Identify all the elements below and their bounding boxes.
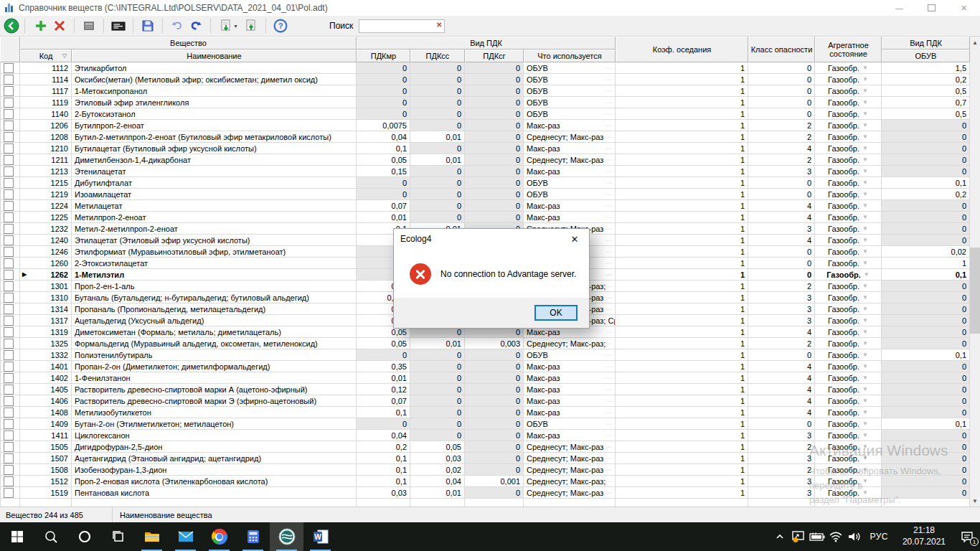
cell-pdkss[interactable]: 0 [410, 430, 465, 441]
cell-pdkmr[interactable]: 0,07 [357, 395, 410, 407]
cell-name[interactable]: Этиловый эфир этиленгликоля [72, 97, 357, 108]
checkbox-box[interactable] [4, 155, 14, 165]
cell-obuv[interactable]: 0 [882, 441, 970, 453]
cell-obuv[interactable]: 0 [882, 338, 970, 349]
state-dropdown-icon[interactable]: ▼ [862, 443, 868, 450]
cell-name[interactable]: Формальдегид (Муравьиный альдегид, оксом… [72, 338, 357, 349]
help-button[interactable]: ? [272, 17, 289, 34]
row-checkbox[interactable] [0, 441, 20, 453]
scroll-up-icon[interactable]: ▲ [970, 37, 980, 48]
cell-koef[interactable]: 1 [616, 200, 748, 212]
cell-usage[interactable]: ОБУВ∙∙∙ [524, 97, 616, 108]
usage-ellipsis-button[interactable]: ∙∙∙ [606, 88, 613, 95]
state-dropdown-icon[interactable]: ▼ [862, 329, 868, 335]
usage-ellipsis-button[interactable]: ∙∙∙ [606, 157, 613, 164]
checkbox-box[interactable] [4, 258, 14, 268]
row-checkbox[interactable] [0, 338, 20, 349]
cell-pdkss[interactable]: 0 [410, 349, 465, 361]
cell-obuv[interactable]: 0 [882, 453, 970, 464]
state-dropdown-icon[interactable]: ▼ [862, 202, 868, 209]
cell-koef[interactable]: 1 [616, 464, 748, 476]
row-checkbox[interactable] [0, 189, 20, 200]
cell-usage[interactable]: Макс-раз∙∙∙ [524, 395, 616, 407]
cell-state[interactable]: Газообр.▼ [815, 361, 882, 372]
cell-pdksg[interactable]: 0 [465, 200, 524, 212]
state-dropdown-icon[interactable]: ▼ [862, 294, 868, 301]
row-checkbox[interactable] [0, 212, 20, 223]
cell-pdkss[interactable]: 0,05 [410, 441, 465, 453]
cell-name[interactable]: Метилизобутилкетон [72, 407, 357, 418]
cell-name[interactable]: 1-Метоксипропанол [72, 85, 357, 97]
row-checkbox[interactable] [0, 395, 20, 407]
cell-obuv[interactable] [882, 499, 970, 507]
cell-klass[interactable]: 4 [748, 143, 815, 154]
cell-obuv[interactable]: 0 [882, 464, 970, 476]
cell-pdksg[interactable]: 0 [465, 372, 524, 384]
state-dropdown-icon[interactable]: ▼ [862, 191, 868, 197]
cell-usage[interactable]: ОБУВ∙∙∙ [524, 85, 616, 97]
checkbox-box[interactable] [4, 339, 14, 349]
header-klass-opasnosti[interactable]: Класс опасности [748, 37, 815, 62]
cell-name[interactable]: Дигидрофуран-2,5-дион [72, 441, 357, 453]
cell-name[interactable] [72, 499, 357, 507]
checkbox-box[interactable] [4, 465, 14, 475]
cell-pdksg[interactable]: 0 [465, 464, 524, 476]
cell-klass[interactable]: 2 [748, 281, 815, 292]
cell-pdkmr[interactable]: 0,1 [357, 407, 410, 418]
cell-obuv[interactable]: 0 [882, 292, 970, 303]
cell-pdksg[interactable]: 0 [465, 74, 524, 85]
state-dropdown-icon[interactable]: ▼ [862, 260, 868, 266]
cell-name[interactable]: Проп-2-ен-1-аль [72, 281, 357, 292]
cell-pdksg[interactable]: 0 [465, 131, 524, 143]
cell-code[interactable]: 1240 [20, 235, 72, 246]
checkbox-box[interactable] [4, 453, 14, 463]
cell-usage[interactable]: Макс-раз∙∙∙ [524, 200, 616, 212]
cell-klass[interactable]: 3 [748, 430, 815, 441]
cell-usage[interactable]: ОБУВ∙∙∙ [524, 74, 616, 85]
cell-name[interactable]: Дибутилфталат [72, 177, 357, 189]
cell-obuv[interactable]: 0,1 [882, 177, 970, 189]
cell-pdkss[interactable]: 0 [410, 384, 465, 395]
ok-button[interactable]: OK [534, 305, 578, 321]
row-checkbox[interactable] [0, 372, 20, 384]
usage-ellipsis-button[interactable]: ∙∙∙ [606, 295, 613, 301]
state-dropdown-icon[interactable]: ▼ [862, 110, 868, 117]
state-dropdown-icon[interactable]: ▼ [862, 179, 868, 186]
cell-klass[interactable]: 4 [748, 361, 815, 372]
checkbox-box[interactable] [4, 75, 14, 85]
cell-code[interactable]: 1225 [20, 212, 72, 223]
cell-state[interactable]: Газообр.▼ [815, 189, 882, 200]
cell-koef[interactable]: 1 [616, 166, 748, 177]
row-checkbox[interactable] [0, 246, 20, 258]
checkbox-box[interactable] [4, 476, 14, 486]
cell-koef[interactable]: 1 [616, 487, 748, 499]
checkbox-box[interactable] [4, 419, 14, 429]
cell-name[interactable]: Ацетангидрид (Этановый ангидрид; ацетанг… [72, 453, 357, 464]
cell-state[interactable]: Газообр.▼ [815, 235, 882, 246]
cell-pdkss[interactable]: 0 [410, 85, 465, 97]
row-checkbox[interactable] [0, 453, 20, 464]
cell-obuv[interactable]: 0,2 [882, 74, 970, 85]
add-button[interactable] [32, 17, 50, 34]
cell-obuv[interactable]: 0,1 [882, 349, 970, 361]
row-checkbox[interactable] [0, 303, 20, 315]
cell-pdkss[interactable]: 0,02 [410, 464, 465, 476]
usage-ellipsis-button[interactable]: ∙∙∙ [606, 433, 613, 439]
usage-ellipsis-button[interactable]: ∙∙∙ [606, 352, 613, 359]
cell-code[interactable]: 1213 [20, 166, 72, 177]
cell-klass[interactable]: 0 [748, 97, 815, 108]
cell-state[interactable]: Газообр.▼ [815, 97, 882, 108]
cell-pdkss[interactable]: 0 [410, 120, 465, 131]
cell-obuv[interactable]: 0,5 [882, 85, 970, 97]
header-usage[interactable]: Что используется [524, 50, 616, 62]
cell-state[interactable]: Газообр.▼ [815, 131, 882, 143]
cell-code[interactable]: 1208 [20, 131, 72, 143]
cell-pdkmr[interactable]: 0,1 [357, 453, 410, 464]
cell-pdkmr[interactable]: 0 [357, 177, 410, 189]
cell-name[interactable]: Этенилацетат [72, 166, 357, 177]
checkbox-box[interactable] [4, 385, 14, 395]
cell-pdkss[interactable]: 0 [410, 97, 465, 108]
cell-pdkss[interactable]: 0 [410, 177, 465, 189]
header-pdkss[interactable]: ПДКсс [410, 50, 465, 62]
cell-pdkss[interactable]: 0 [410, 108, 465, 120]
